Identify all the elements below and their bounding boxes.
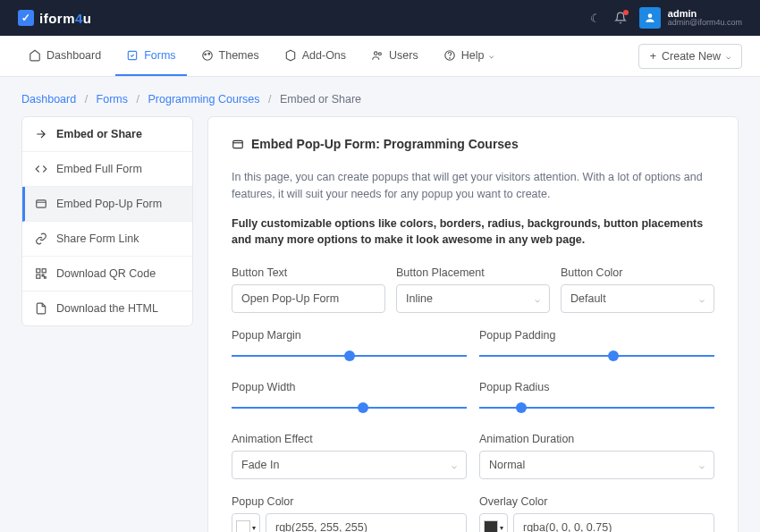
button-placement-label: Button Placement <box>396 266 550 279</box>
animation-duration-label: Animation Duration <box>479 433 714 445</box>
plus-icon: + <box>650 50 656 63</box>
button-color-label: Button Color <box>561 266 714 279</box>
sidebar-header: Embed or Share <box>22 117 192 152</box>
qr-icon <box>35 267 47 280</box>
nav-forms[interactable]: Forms <box>115 36 186 76</box>
slider-thumb[interactable] <box>608 350 619 361</box>
nav-help[interactable]: Help ⌵ <box>433 36 505 76</box>
nav-dashboard[interactable]: Dashboard <box>18 36 112 76</box>
caret-down-icon: ▾ <box>500 524 503 532</box>
svg-point-2 <box>202 50 212 60</box>
overlay-color-input[interactable] <box>513 513 714 532</box>
svg-rect-9 <box>37 200 46 207</box>
main-panel: Embed Pop-Up Form: Programming Courses I… <box>207 116 739 532</box>
logo[interactable]: ✓ iform4u <box>18 10 92 26</box>
svg-rect-11 <box>42 269 46 273</box>
breadcrumb-course[interactable]: Programming Courses <box>148 93 259 106</box>
users-icon <box>371 49 384 62</box>
share-icon <box>35 128 47 140</box>
svg-rect-10 <box>37 269 40 273</box>
nav-users[interactable]: Users <box>360 36 429 76</box>
caret-down-icon: ▾ <box>252 524 256 532</box>
theme-toggle-icon[interactable]: ☾ <box>589 12 602 24</box>
popup-padding-label: Popup Padding <box>479 329 714 342</box>
popup-margin-label: Popup Margin <box>232 329 467 342</box>
breadcrumb: Dashboard / Forms / Programming Courses … <box>0 77 760 116</box>
overlay-color-label: Overlay Color <box>479 495 714 508</box>
nav-addons[interactable]: Add-Ons <box>274 36 357 76</box>
help-icon <box>443 49 456 62</box>
svg-rect-12 <box>37 274 40 278</box>
breadcrumb-current: Embed or Share <box>280 93 361 106</box>
svg-point-6 <box>379 52 382 55</box>
download-icon <box>35 302 47 315</box>
popup-color-input[interactable] <box>266 513 467 532</box>
intro-text: In this page, you can create popups that… <box>232 169 714 203</box>
button-placement-select[interactable]: Inline ⌵ <box>396 284 550 313</box>
chevron-down-icon: ⌵ <box>535 294 540 304</box>
avatar <box>639 7 661 29</box>
popup-margin-slider[interactable] <box>232 347 467 365</box>
slider-thumb[interactable] <box>344 350 355 361</box>
slider-thumb[interactable] <box>358 402 368 413</box>
svg-point-5 <box>375 51 378 55</box>
chevron-down-icon: ⌵ <box>489 51 494 60</box>
chevron-down-icon: ⌵ <box>726 52 730 61</box>
logo-text: iform4u <box>39 11 92 26</box>
popup-radius-slider[interactable] <box>479 399 714 417</box>
sidebar-item-popup-form[interactable]: Embed Pop-Up Form <box>22 187 192 222</box>
addons-icon <box>284 49 297 62</box>
svg-point-8 <box>449 57 450 58</box>
link-icon <box>35 232 47 245</box>
animation-duration-select[interactable]: Normal ⌵ <box>479 451 714 479</box>
chevron-down-icon: ⌵ <box>452 460 457 470</box>
notifications-icon[interactable] <box>614 12 627 24</box>
button-text-input[interactable] <box>232 284 385 313</box>
sidebar: Embed or Share Embed Full Form Embed Pop… <box>21 116 193 326</box>
animation-effect-select[interactable]: Fade In ⌵ <box>232 451 467 479</box>
svg-point-4 <box>207 53 209 55</box>
popup-color-label: Popup Color <box>232 495 467 508</box>
themes-icon <box>201 49 214 62</box>
window-icon <box>35 198 47 210</box>
sidebar-item-full-form[interactable]: Embed Full Form <box>22 152 192 187</box>
breadcrumb-forms[interactable]: Forms <box>97 93 128 106</box>
popup-padding-slider[interactable] <box>479 347 714 365</box>
sub-intro-text: Fully customizable options like colors, … <box>232 215 714 249</box>
code-icon <box>35 163 47 175</box>
svg-point-3 <box>204 53 206 55</box>
admin-email: admin@iform4u.com <box>668 19 742 28</box>
color-box <box>484 520 498 532</box>
sidebar-item-html[interactable]: Download the HTML <box>22 291 192 325</box>
slider-thumb[interactable] <box>516 402 527 413</box>
create-new-button[interactable]: + Create New ⌵ <box>638 44 742 69</box>
page-title: Embed Pop-Up Form: Programming Courses <box>251 137 519 151</box>
popup-color-swatch[interactable]: ▾ <box>232 513 260 532</box>
color-box <box>236 520 250 532</box>
breadcrumb-dashboard[interactable]: Dashboard <box>21 93 76 106</box>
user-menu[interactable]: admin admin@iform4u.com <box>639 7 742 29</box>
popup-width-slider[interactable] <box>232 399 467 417</box>
overlay-color-swatch[interactable]: ▾ <box>479 513 508 532</box>
popup-width-label: Popup Width <box>232 381 467 393</box>
sidebar-item-share-link[interactable]: Share Form Link <box>22 222 192 257</box>
popup-radius-label: Popup Radius <box>479 381 714 393</box>
button-text-label: Button Text <box>232 266 385 279</box>
window-icon <box>232 138 244 150</box>
button-color-select[interactable]: Default ⌵ <box>561 284 714 313</box>
home-icon <box>29 49 41 62</box>
chevron-down-icon: ⌵ <box>699 460 705 470</box>
chevron-down-icon: ⌵ <box>699 294 705 304</box>
nav-themes[interactable]: Themes <box>190 36 270 76</box>
svg-rect-13 <box>233 140 243 148</box>
animation-effect-label: Animation Effect <box>232 433 467 445</box>
logo-mark-icon: ✓ <box>18 10 34 26</box>
forms-icon <box>126 49 139 62</box>
svg-point-0 <box>647 13 652 18</box>
sidebar-item-qr[interactable]: Download QR Code <box>22 257 192 291</box>
